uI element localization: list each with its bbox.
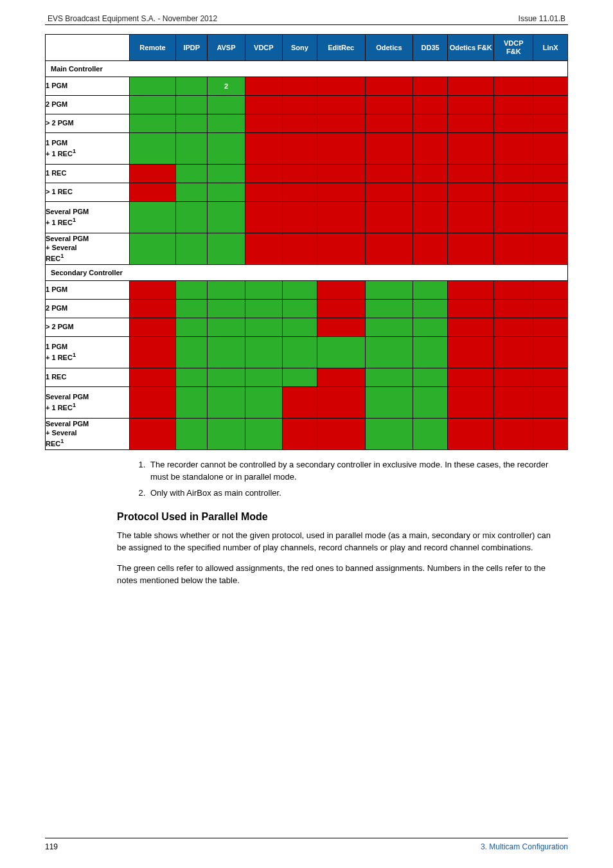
table-row: Several PGM+ 1 REC1: [46, 202, 568, 233]
page-footer: 119 3. Multicam Configuration: [45, 838, 568, 851]
matrix-cell: [533, 368, 568, 387]
matrix-cell: [176, 387, 208, 419]
matrix-cell: [245, 419, 282, 450]
matrix-cell: [317, 133, 365, 165]
matrix-cell: [208, 337, 245, 368]
table-row: 1 PGM2: [46, 77, 568, 96]
row-label: > 2 PGM: [46, 114, 130, 133]
matrix-cell: [365, 387, 413, 419]
matrix-cell: [129, 337, 175, 368]
matrix-cell: [317, 300, 365, 318]
footnote-1: The recorder cannot be controlled by a s…: [148, 459, 568, 484]
table-row: 2 PGM: [46, 96, 568, 114]
matrix-cell: [533, 419, 568, 450]
section-title: Main Controller: [46, 61, 568, 77]
matrix-cell: [283, 114, 317, 133]
matrix-cell: [283, 281, 317, 300]
matrix-cell: [494, 202, 533, 233]
matrix-cell: [245, 318, 282, 337]
matrix-cell: [208, 281, 245, 300]
matrix-cell: [448, 77, 494, 96]
section-row: Main Controller: [46, 61, 568, 77]
matrix-cell: [208, 419, 245, 450]
matrix-cell: [245, 233, 282, 265]
matrix-cell: [317, 318, 365, 337]
matrix-cell: [129, 281, 175, 300]
matrix-cell: [365, 318, 413, 337]
matrix-cell: [317, 77, 365, 96]
body-para-1: The table shows whether or not the given…: [117, 529, 554, 554]
row-label: 1 PGM: [46, 281, 130, 300]
matrix-cell: [129, 318, 175, 337]
matrix-cell: [176, 133, 208, 165]
matrix-cell: [317, 114, 365, 133]
matrix-cell: [494, 183, 533, 202]
matrix-cell: [283, 419, 317, 450]
matrix-cell: [533, 337, 568, 368]
matrix-cell: [208, 368, 245, 387]
table-row: 1 REC: [46, 165, 568, 183]
matrix-cell: [365, 133, 413, 165]
matrix-cell: [365, 300, 413, 318]
row-label: 1 PGM+ 1 REC1: [46, 337, 130, 368]
matrix-cell: [129, 387, 175, 419]
matrix-cell: [365, 368, 413, 387]
matrix-cell: [533, 96, 568, 114]
matrix-cell: [494, 281, 533, 300]
row-label: 1 PGM: [46, 77, 130, 96]
matrix-cell: [317, 183, 365, 202]
matrix-cell: [176, 368, 208, 387]
matrix-cell: [365, 165, 413, 183]
row-label: 1 PGM+ 1 REC1: [46, 133, 130, 165]
matrix-cell: [448, 337, 494, 368]
matrix-cell: [176, 165, 208, 183]
matrix-cell: [317, 337, 365, 368]
matrix-cell: [245, 281, 282, 300]
matrix-cell: [533, 183, 568, 202]
table-row: 1 PGM+ 1 REC1: [46, 337, 568, 368]
matrix-cell: [533, 281, 568, 300]
matrix-cell: [176, 337, 208, 368]
body-para-2: The green cells refer to allowed assignm…: [117, 562, 554, 587]
matrix-cell: [208, 165, 245, 183]
table-row: 1 PGM: [46, 281, 568, 300]
matrix-cell: [533, 77, 568, 96]
matrix-cell: [245, 77, 282, 96]
matrix-cell: [208, 114, 245, 133]
matrix-cell: [448, 202, 494, 233]
matrix-cell: [283, 318, 317, 337]
matrix-cell: [176, 419, 208, 450]
matrix-cell: [245, 368, 282, 387]
matrix-cell: [245, 300, 282, 318]
matrix-cell: [494, 300, 533, 318]
matrix-cell: [413, 77, 448, 96]
col-editrec: EditRec: [317, 35, 365, 61]
row-label: Several PGM+ SeveralREC1: [46, 419, 130, 450]
matrix-cell: [533, 300, 568, 318]
matrix-cell: [208, 387, 245, 419]
matrix-cell: [245, 387, 282, 419]
matrix-cell: [413, 281, 448, 300]
matrix-cell: [283, 387, 317, 419]
matrix-cell: [283, 368, 317, 387]
row-label: 2 PGM: [46, 300, 130, 318]
col-vdcp-fk: VDCP F&K: [494, 35, 533, 61]
table-row: Several PGM+ SeveralREC1: [46, 419, 568, 450]
col-linx: LinX: [533, 35, 568, 61]
matrix-cell: [533, 387, 568, 419]
matrix-cell: [317, 202, 365, 233]
matrix-cell: [365, 114, 413, 133]
matrix-cell: [283, 77, 317, 96]
matrix-cell: [283, 337, 317, 368]
matrix-cell: [208, 96, 245, 114]
matrix-cell: [448, 114, 494, 133]
matrix-cell: [208, 183, 245, 202]
matrix-cell: [208, 233, 245, 265]
matrix-cell: [365, 419, 413, 450]
row-label: > 1 REC: [46, 183, 130, 202]
matrix-cell: [129, 233, 175, 265]
matrix-cell: [283, 183, 317, 202]
matrix-cell: [448, 233, 494, 265]
table-row: Several PGM+ SeveralREC1: [46, 233, 568, 265]
matrix-cell: [413, 337, 448, 368]
